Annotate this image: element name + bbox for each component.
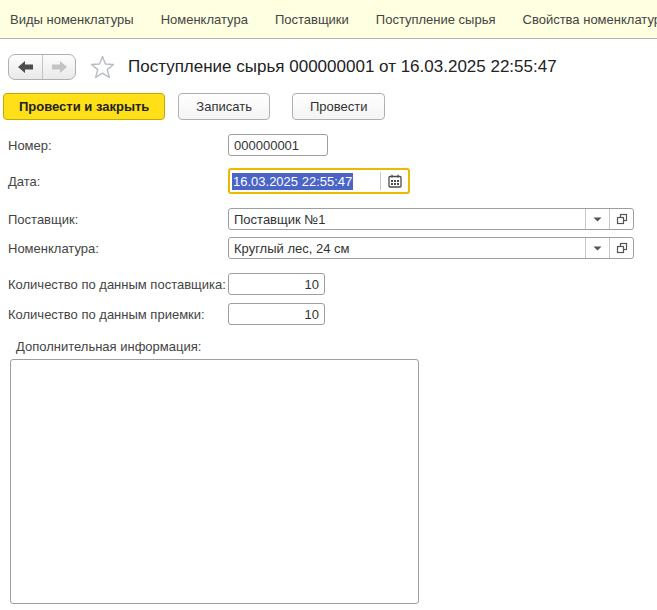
post-button[interactable]: Провести (292, 93, 386, 120)
main-menu-bar: Виды номенклатуры Номенклатура Поставщик… (0, 0, 657, 39)
date-label: Дата: (8, 174, 228, 189)
favorite-star-button[interactable] (90, 55, 115, 79)
number-input[interactable] (228, 134, 328, 156)
qty-received-input[interactable] (228, 303, 325, 325)
supplier-value[interactable]: Поставщик №1 (229, 209, 585, 229)
qty-supplier-input[interactable] (228, 273, 325, 295)
star-icon (90, 55, 115, 79)
menu-item-nomenclature[interactable]: Номенклатура (161, 12, 248, 27)
additional-info-textarea[interactable] (10, 359, 419, 604)
qty-supplier-label: Количество по данным поставщика: (8, 277, 228, 292)
supplier-combobox[interactable]: Поставщик №1 (228, 208, 634, 230)
back-button[interactable] (9, 55, 42, 79)
open-form-icon (616, 242, 628, 254)
qty-received-label: Количество по данным приемки: (8, 307, 228, 322)
supplier-row: Поставщик: Поставщик №1 (8, 208, 657, 230)
command-bar: Провести и закрыть Записать Провести (0, 86, 657, 131)
date-row: Дата: 16.03.2025 22:55:47 (8, 168, 657, 194)
forward-button[interactable] (42, 55, 75, 79)
date-input[interactable]: 16.03.2025 22:55:47 (228, 168, 410, 194)
date-value[interactable]: 16.03.2025 22:55:47 (230, 170, 380, 192)
back-arrow-icon (18, 61, 34, 73)
supplier-open-button[interactable] (609, 209, 633, 229)
nomenclature-dropdown-button[interactable] (585, 238, 609, 258)
date-selected-text: 16.03.2025 22:55:47 (232, 173, 353, 190)
nomenclature-combobox[interactable]: Круглый лес, 24 см (228, 237, 634, 259)
open-form-icon (616, 213, 628, 225)
additional-info-label: Дополнительная информация: (16, 339, 657, 354)
menu-item-nomenclature-properties[interactable]: Свойства номенклатуры (523, 12, 657, 27)
title-row: Поступление сырья 000000001 от 16.03.202… (0, 39, 657, 86)
supplier-dropdown-button[interactable] (585, 209, 609, 229)
menu-item-nomenclature-types[interactable]: Виды номенклатуры (10, 12, 134, 27)
page-title: Поступление сырья 000000001 от 16.03.202… (128, 57, 557, 77)
additional-info-block: Дополнительная информация: (8, 339, 657, 604)
forward-arrow-icon (51, 61, 67, 73)
document-form: Номер: Дата: 16.03.2025 22:55:47 (0, 131, 657, 604)
post-and-close-button[interactable]: Провести и закрыть (3, 93, 165, 120)
calendar-button[interactable] (381, 170, 408, 192)
number-row: Номер: (8, 134, 657, 156)
menu-item-suppliers[interactable]: Поставщики (275, 12, 349, 27)
qty-supplier-row: Количество по данным поставщика: (8, 273, 657, 295)
history-nav-group (8, 54, 76, 80)
supplier-label: Поставщик: (8, 212, 228, 227)
number-label: Номер: (8, 138, 228, 153)
qty-received-row: Количество по данным приемки: (8, 303, 657, 325)
menu-item-raw-receipt[interactable]: Поступление сырья (376, 12, 496, 27)
nomenclature-open-button[interactable] (609, 238, 633, 258)
chevron-down-icon (593, 246, 602, 251)
nomenclature-row: Номенклатура: Круглый лес, 24 см (8, 237, 657, 259)
nomenclature-label: Номенклатура: (8, 241, 228, 256)
calendar-icon (388, 174, 402, 188)
chevron-down-icon (593, 217, 602, 222)
write-button[interactable]: Записать (178, 93, 270, 120)
nomenclature-value[interactable]: Круглый лес, 24 см (229, 238, 585, 258)
